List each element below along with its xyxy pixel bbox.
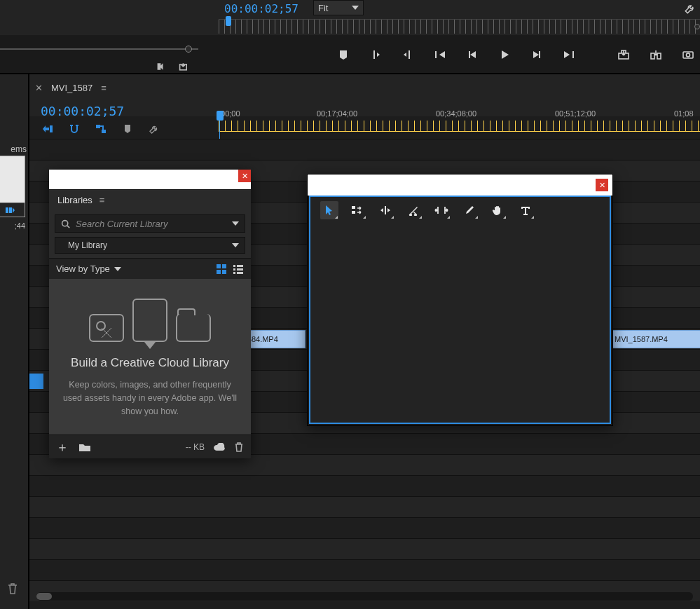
libraries-panel[interactable]: ✕ Libraries ≡ Search Current Library My …: [49, 170, 251, 458]
program-ruler-end: [694, 24, 700, 29]
image-illustration-icon: [89, 314, 124, 342]
playhead-handle-icon[interactable]: [217, 111, 224, 121]
chevron-down-icon: [114, 267, 121, 271]
svg-rect-2: [651, 53, 654, 59]
source-ruler[interactable]: [0, 45, 198, 53]
clip-mvi-1587[interactable]: fx MVI_1587.MP4: [598, 330, 700, 348]
nest-sequence-icon[interactable]: [41, 122, 55, 136]
tools-window-titlebar[interactable]: ✕: [308, 175, 612, 196]
program-scrub-ruler[interactable]: [219, 19, 700, 34]
trash-icon[interactable]: [7, 582, 18, 595]
svg-point-5: [687, 53, 690, 57]
add-asset-button[interactable]: ＋: [56, 439, 69, 456]
tools-panel[interactable]: ✕: [307, 174, 613, 426]
type-tool[interactable]: [516, 201, 535, 219]
svg-rect-24: [352, 206, 355, 209]
pen-tool[interactable]: [460, 201, 479, 219]
tool-flyout-indicator-icon: [363, 216, 366, 219]
track-select-tool[interactable]: [348, 201, 366, 219]
empty-illustration: [62, 299, 238, 342]
svg-point-13: [62, 220, 68, 226]
ruler-tick-label: 00;17;04;00: [317, 109, 357, 118]
close-tab-icon[interactable]: ✕: [35, 83, 43, 93]
go-to-out-button[interactable]: [561, 46, 577, 63]
libraries-search-input[interactable]: Search Current Library: [55, 214, 245, 233]
selection-tool[interactable]: [320, 201, 338, 219]
export-frame-icon[interactable]: [178, 60, 191, 73]
timeline-settings-icon[interactable]: [147, 122, 161, 136]
insert-icon[interactable]: [156, 60, 168, 73]
track-a6[interactable]: [29, 475, 700, 496]
extract-button[interactable]: [647, 46, 664, 63]
mark-in-button[interactable]: [367, 46, 384, 63]
ripple-edit-tool[interactable]: [376, 201, 394, 219]
chevron-down-icon[interactable]: [232, 221, 239, 226]
program-timecode[interactable]: 00:00:02;57: [224, 2, 298, 15]
timeline-horizontal-scrollbar[interactable]: [36, 592, 693, 601]
track-a7[interactable]: [29, 496, 700, 517]
step-forward-button[interactable]: [528, 46, 545, 63]
svg-rect-19: [237, 265, 243, 267]
timeline-ruler[interactable]: ;00;00 00;17;04;00 00;34;08;00 00;51;12;…: [219, 109, 700, 135]
library-name: My Library: [68, 240, 107, 250]
tool-flyout-indicator-icon: [531, 216, 534, 219]
close-window-button[interactable]: ✕: [596, 179, 608, 191]
fit-label: Fit: [318, 3, 328, 13]
grid-view-icon[interactable]: [216, 264, 227, 275]
library-selector-dropdown[interactable]: My Library: [55, 237, 245, 254]
panel-menu-icon[interactable]: ≡: [99, 195, 105, 205]
close-window-button[interactable]: ✕: [238, 170, 251, 182]
svg-rect-9: [9, 207, 12, 213]
delete-icon[interactable]: [234, 442, 244, 453]
play-button[interactable]: [496, 46, 513, 63]
program-zoom-fit-dropdown[interactable]: Fit: [313, 0, 364, 15]
search-placeholder: Search Current Library: [76, 219, 168, 229]
settings-wrench-icon[interactable]: [680, 0, 700, 18]
lift-button[interactable]: [615, 46, 632, 63]
source-track-line: [0, 48, 198, 50]
libraries-footer: ＋ -- KB: [49, 434, 251, 458]
ruler-labels: ;00;00 00;17;04;00 00;34;08;00 00;51;12;…: [219, 109, 700, 119]
project-bin-thumb[interactable]: [0, 156, 25, 217]
thumb-duration: ;44: [15, 221, 25, 230]
ruler-tick-label: 00;51;12;00: [555, 109, 596, 118]
libraries-window-titlebar[interactable]: ✕: [49, 170, 251, 189]
razor-tool[interactable]: [404, 201, 423, 219]
export-frame-button[interactable]: [680, 46, 696, 63]
svg-rect-16: [217, 270, 221, 274]
step-back-button[interactable]: [464, 46, 481, 63]
timeline-timecode[interactable]: 00:00:02;57: [41, 104, 124, 118]
view-by-type-dropdown[interactable]: View by Type: [56, 264, 121, 274]
scrollbar-thumb[interactable]: [36, 593, 52, 600]
timeline-tab[interactable]: ✕ MVI_1587 ≡: [35, 83, 107, 93]
add-marker-icon[interactable]: [121, 122, 135, 136]
cloud-sync-icon[interactable]: [213, 443, 226, 451]
svg-rect-10: [50, 125, 53, 132]
slip-tool[interactable]: [432, 201, 451, 219]
mark-out-button[interactable]: [399, 46, 416, 63]
track-v6[interactable]: [29, 139, 700, 160]
track-target-indicator[interactable]: [29, 374, 43, 389]
libraries-empty-state: Build a Creative Cloud Library Keep colo…: [49, 279, 251, 434]
tool-flyout-indicator-icon: [503, 216, 506, 219]
folder-icon[interactable]: [78, 442, 91, 452]
tool-flyout-indicator-icon: [475, 216, 478, 219]
hand-tool[interactable]: [488, 201, 507, 219]
svg-rect-25: [352, 211, 355, 214]
list-view-icon[interactable]: [233, 264, 244, 275]
search-icon: [61, 219, 70, 228]
track-a9[interactable]: [29, 538, 700, 559]
go-to-in-button[interactable]: [432, 46, 448, 63]
snap-icon[interactable]: [67, 122, 81, 136]
tool-flyout-indicator-icon: [335, 216, 338, 219]
empty-body: Keep colors, images, and other frequentl…: [62, 378, 238, 418]
tab-menu-icon[interactable]: ≡: [101, 83, 107, 93]
linked-selection-icon[interactable]: [94, 122, 108, 136]
libraries-tab[interactable]: Libraries: [57, 195, 92, 205]
program-playhead[interactable]: [226, 16, 231, 26]
add-marker-button[interactable]: [335, 46, 352, 63]
track-a10[interactable]: [29, 559, 700, 580]
track-a8[interactable]: [29, 517, 700, 538]
source-ruler-end: [185, 46, 192, 53]
clip-label: MVI_1587.MP4: [615, 335, 668, 343]
